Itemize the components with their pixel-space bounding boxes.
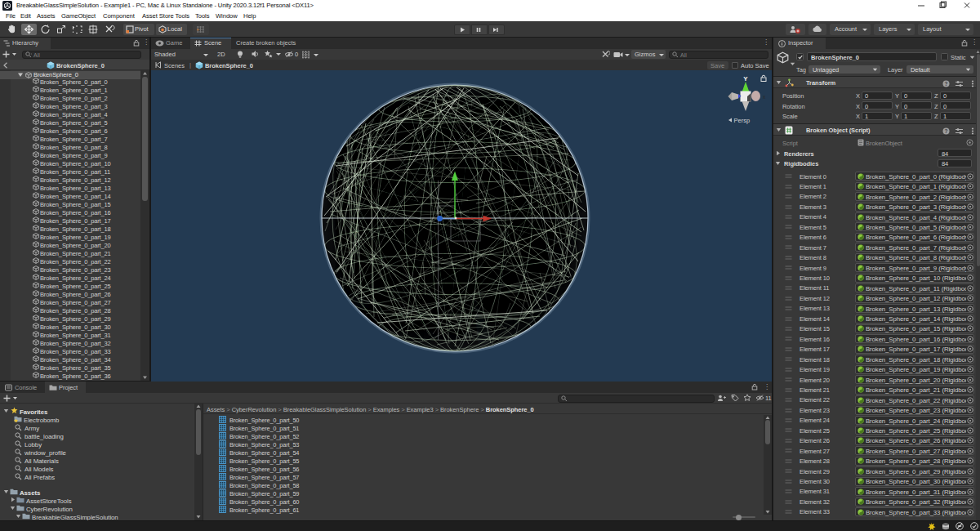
svg-text:?: ? [945,127,948,133]
svg-text:?: ? [945,80,948,86]
svg-text:Y: Y [743,75,748,83]
svg-text:11: 11 [765,395,772,402]
svg-text:Persp: Persp [734,117,751,124]
